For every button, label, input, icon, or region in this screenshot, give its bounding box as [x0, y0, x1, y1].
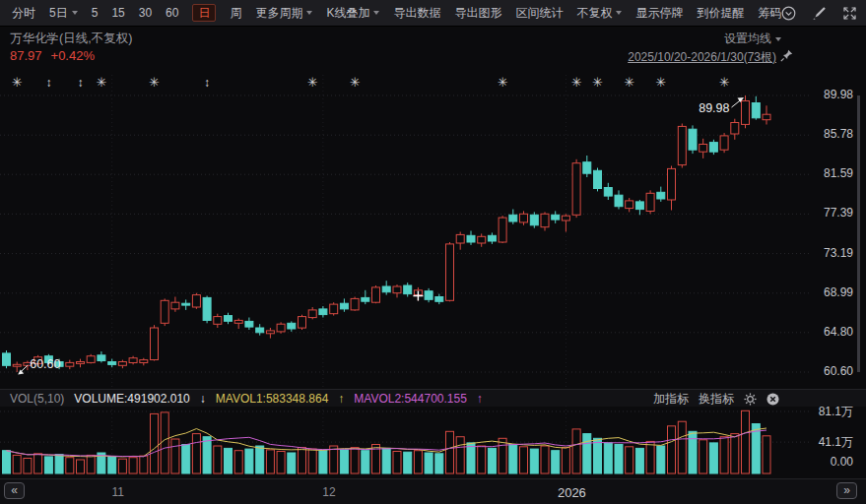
toolbar-item-3[interactable]: 15	[111, 6, 124, 20]
price-axis-label: 89.98	[824, 88, 853, 101]
fullscreen-icon[interactable]	[842, 6, 857, 21]
toolbar-item-9[interactable]: K线叠加	[326, 5, 379, 22]
switch-indicator-button[interactable]: 换指标	[699, 391, 734, 408]
price-axis-label: 73.19	[824, 246, 853, 260]
draw-tool-icon[interactable]	[812, 6, 827, 21]
ma-settings-button[interactable]: 设置均线	[724, 31, 781, 47]
svg-text:✳: ✳	[12, 75, 23, 90]
top-toolbar: 分时5日5153060日周更多周期K线叠加导出数据导出图形区间统计不复权显示停牌…	[0, 0, 866, 27]
high-price-annotation: 89.98	[699, 101, 729, 115]
toolbar-item-11[interactable]: 导出图形	[454, 5, 501, 22]
low-price-annotation: 60.60	[30, 357, 60, 371]
scroll-left-button[interactable]: «	[4, 482, 25, 499]
volume-value: VOLUME:491902.010	[74, 392, 189, 406]
toolbar-item-5[interactable]: 60	[166, 6, 178, 20]
date-axis: « » 11122026	[0, 478, 866, 504]
toolbar-icons	[781, 6, 857, 21]
svg-text:✳: ✳	[571, 75, 582, 90]
svg-text:✳: ✳	[350, 75, 361, 90]
volume-down-arrow-icon: ↓	[200, 392, 206, 406]
toolbar-item-13[interactable]: 不复权	[576, 5, 622, 22]
symbol-title: 万华化学(日线,不复权)	[10, 31, 132, 47]
price-axis-label: 85.78	[824, 127, 853, 141]
toolbar-items: 分时5日5153060日周更多周期K线叠加导出数据导出图形区间统计不复权显示停牌…	[12, 4, 781, 22]
scroll-right-button[interactable]: »	[836, 482, 857, 499]
stock-chart-app: 分时5日5153060日周更多周期K线叠加导出数据导出图形区间统计不复权显示停牌…	[0, 0, 866, 504]
price-axis-label: 68.99	[824, 285, 853, 299]
volume-axis-label: 0.00	[831, 455, 853, 469]
candles	[3, 95, 771, 372]
price-axis-label: 81.59	[824, 166, 853, 180]
toolbar-item-12[interactable]: 区间统计	[515, 5, 563, 22]
toolbar-item-7[interactable]: 周	[230, 5, 241, 22]
volume-indicator-header: VOL(5,10) VOLUME:491902.010 ↓ MAVOL1:583…	[0, 389, 866, 407]
date-axis-label: 11	[97, 485, 140, 499]
svg-text:↕: ↕	[45, 76, 51, 90]
svg-text:✳: ✳	[592, 75, 603, 90]
chevron-down-icon	[306, 11, 312, 15]
svg-text:✳: ✳	[655, 75, 666, 90]
toolbar-item-0[interactable]: 分时	[12, 5, 35, 22]
chevron-down-icon	[775, 37, 781, 41]
volume-chart[interactable]	[0, 406, 866, 474]
date-axis-label: 2026	[550, 485, 593, 500]
toolbar-item-6[interactable]: 日	[192, 4, 216, 22]
mavol2-up-arrow-icon: ↑	[477, 392, 483, 406]
grid	[0, 75, 859, 388]
price-axis-label: 60.60	[824, 364, 853, 378]
event-markers[interactable]: ✳↕↕✳✳↕✳✳✳✳✳✳✳✳	[12, 75, 730, 90]
svg-text:✳: ✳	[96, 75, 106, 90]
collapse-toolbar-icon[interactable]	[781, 6, 796, 21]
price-axis-label: 64.80	[824, 325, 853, 339]
toolbar-item-2[interactable]: 5	[92, 6, 99, 20]
toolbar-item-4[interactable]: 30	[139, 6, 152, 20]
toolbar-item-15[interactable]: 到价提醒	[697, 5, 744, 22]
ma-settings-label: 设置均线	[724, 31, 771, 47]
gear-icon[interactable]	[744, 393, 757, 406]
svg-text:✳: ✳	[149, 75, 160, 90]
mavol1-up-arrow-icon: ↑	[338, 392, 344, 406]
candlestick-chart[interactable]: ✳↕↕✳✳↕✳✳✳✳✳✳✳✳60.6089.98	[0, 61, 866, 388]
chevron-down-icon	[616, 11, 622, 15]
toolbar-item-8[interactable]: 更多周期	[255, 5, 312, 22]
mavol1-value: MAVOL1:583348.864	[216, 392, 329, 406]
toolbar-item-14[interactable]: 显示停牌	[635, 5, 683, 22]
price-axis-label: 77.39	[824, 206, 853, 220]
toolbar-item-1[interactable]: 5日	[49, 5, 78, 22]
date-axis-label: 12	[307, 485, 351, 499]
chevron-down-icon	[373, 11, 379, 15]
mavol2-value: MAVOL2:544700.155	[354, 392, 467, 406]
toolbar-item-10[interactable]: 导出数据	[393, 5, 440, 22]
svg-text:↕: ↕	[78, 76, 84, 90]
svg-text:↕: ↕	[204, 76, 210, 90]
svg-text:✳: ✳	[498, 75, 508, 90]
close-indicator-icon[interactable]	[766, 393, 779, 406]
volume-axis-label: 41.1万	[819, 434, 853, 451]
indicator-name: VOL(5,10)	[10, 392, 64, 406]
volume-axis-label: 81.1万	[819, 404, 853, 420]
svg-text:✳: ✳	[307, 75, 318, 90]
toolbar-item-16[interactable]: 筹码	[758, 5, 781, 22]
chevron-down-icon	[72, 11, 78, 15]
svg-text:✳: ✳	[719, 75, 730, 90]
svg-text:✳: ✳	[624, 75, 634, 90]
add-indicator-button[interactable]: 加指标	[653, 391, 689, 408]
